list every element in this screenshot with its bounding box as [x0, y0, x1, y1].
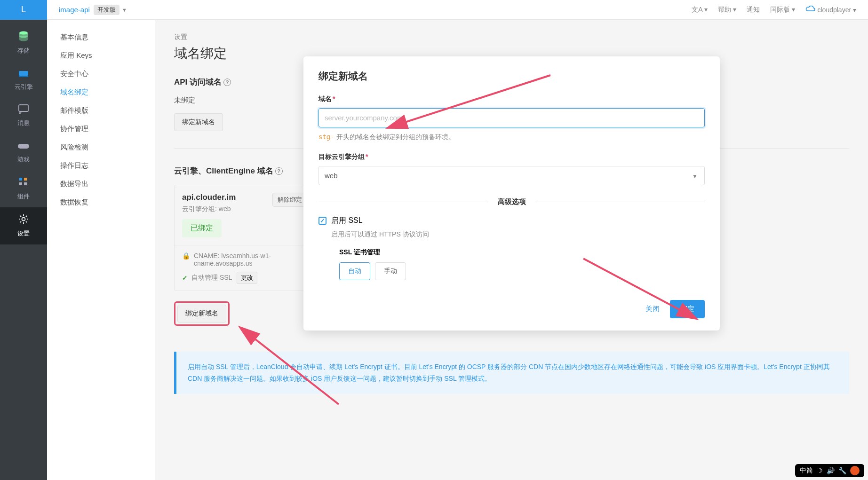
- svg-rect-6: [24, 178, 27, 181]
- rail-component[interactable]: 组件: [0, 170, 47, 207]
- svg-rect-2: [19, 76, 28, 77]
- help-link[interactable]: 帮助 ▾: [718, 6, 736, 14]
- rail-settings-label: 设置: [17, 229, 30, 238]
- gamepad-icon: [17, 141, 30, 153]
- submenu-basic[interactable]: 基本信息: [47, 28, 155, 47]
- submenu-security[interactable]: 安全中心: [47, 65, 155, 83]
- submenu-oplog[interactable]: 操作日志: [47, 157, 155, 175]
- rail-settings[interactable]: 设置: [0, 207, 47, 244]
- close-button[interactable]: 关闭: [645, 305, 660, 314]
- submenu-keys[interactable]: 应用 Keys: [47, 47, 155, 65]
- submenu-restore[interactable]: 数据恢复: [47, 193, 155, 212]
- ssl-hint: 启用后可以通过 HTTPS 协议访问: [331, 230, 705, 239]
- cname-line: 🔒 CNAME: lvseamhh.us-w1-cname.avosapps.u…: [182, 252, 307, 267]
- submenu: 基本信息 应用 Keys 安全中心 域名绑定 邮件模版 协作管理 风险检测 操作…: [47, 20, 155, 480]
- bound-badge: 已绑定: [182, 219, 222, 237]
- submenu-risk[interactable]: 风险检测: [47, 138, 155, 157]
- wrench-icon[interactable]: 🔧: [838, 467, 846, 474]
- svg-rect-5: [19, 178, 22, 181]
- domain-hint: stg- 开头的域名会被绑定到分组的预备环境。: [319, 133, 705, 142]
- svg-point-9: [22, 218, 25, 221]
- ssl-line: ✓ 自动管理 SSL 更改: [182, 272, 307, 284]
- target-group-select[interactable]: web ▼: [319, 166, 705, 185]
- rail-game-label: 游戏: [17, 155, 30, 164]
- rail-message-label: 消息: [17, 119, 30, 127]
- topbar-right: 文A ▾ 帮助 ▾ 通知 国际版 ▾ cloudplayer ▾: [692, 6, 868, 14]
- bind-new-domain-button[interactable]: 绑定新域名: [174, 113, 223, 131]
- ubuntu-logo-icon[interactable]: [850, 466, 860, 475]
- user-menu[interactable]: cloudplayer ▾: [805, 6, 856, 14]
- svg-rect-3: [19, 105, 28, 111]
- submenu-domain[interactable]: 域名绑定: [47, 83, 155, 102]
- submenu-email[interactable]: 邮件模版: [47, 102, 155, 120]
- bind-domain-modal: 绑定新域名 域名* stg- 开头的域名会被绑定到分组的预备环境。 目标云引擎分…: [303, 56, 720, 330]
- chevron-down-icon: ▼: [692, 173, 698, 180]
- domain-host: api.clouder.im: [182, 193, 236, 202]
- enable-ssl-row[interactable]: ✓ 启用 SSL: [319, 216, 705, 226]
- notify-link[interactable]: 通知: [747, 6, 760, 14]
- language-switch[interactable]: 文A ▾: [692, 6, 707, 14]
- rail-engine-label: 云引擎: [15, 83, 33, 91]
- logo[interactable]: L: [0, 0, 47, 20]
- database-icon: [18, 31, 29, 44]
- region-switch[interactable]: 国际版 ▾: [770, 6, 795, 14]
- rail-game[interactable]: 游戏: [0, 134, 47, 170]
- speaker-icon[interactable]: 🔊: [827, 467, 835, 474]
- domain-card: api.clouder.im 解除绑定 云引擎分组: web 已绑定 🔒 CNA…: [174, 185, 315, 291]
- version-badge[interactable]: 开发版: [94, 5, 119, 15]
- ssl-mode-toggle: 自动 手动: [339, 262, 705, 280]
- advanced-divider: 高级选项: [319, 197, 705, 206]
- bind-new-domain-highlighted: 绑定新域名: [174, 301, 230, 326]
- icon-rail: 存储 云引擎 消息 游戏 组件 设置: [0, 20, 47, 480]
- ssl-auto-button[interactable]: 自动: [339, 262, 370, 280]
- help-icon[interactable]: ?: [223, 79, 231, 86]
- change-ssl-button[interactable]: 更改: [237, 272, 257, 284]
- svg-rect-1: [19, 71, 28, 76]
- os-status-bar: 中简 ☽ 🔊 🔧: [795, 464, 864, 477]
- bind-button[interactable]: 绑定: [670, 300, 705, 318]
- breadcrumb: 设置: [174, 33, 849, 41]
- bind-new-domain-button-2[interactable]: 绑定新域名: [177, 305, 226, 323]
- modal-title: 绑定新域名: [319, 70, 705, 83]
- ssl-manual-button[interactable]: 手动: [375, 262, 406, 280]
- cloud-icon: [805, 6, 818, 14]
- ssl-mgmt-label: SSL 证书管理: [339, 248, 705, 257]
- help-icon[interactable]: ?: [275, 167, 283, 175]
- topbar: L image-api 开发版 ▼ 文A ▾ 帮助 ▾ 通知 国际版 ▾ clo…: [0, 0, 868, 20]
- lock-icon: 🔒: [182, 252, 190, 260]
- ime-indicator[interactable]: 中简: [800, 466, 813, 475]
- rail-storage-label: 存储: [17, 47, 30, 55]
- domain-input[interactable]: [319, 108, 705, 127]
- rail-storage[interactable]: 存储: [0, 24, 47, 62]
- submenu-export[interactable]: 数据导出: [47, 175, 155, 193]
- checkbox-checked-icon[interactable]: ✓: [319, 217, 326, 225]
- modal-footer: 关闭 绑定: [319, 300, 705, 318]
- project-name[interactable]: image-api: [59, 6, 90, 14]
- moon-icon[interactable]: ☽: [817, 467, 823, 474]
- domain-label: 域名*: [319, 95, 705, 103]
- check-icon: ✓: [182, 274, 188, 282]
- rail-engine[interactable]: 云引擎: [0, 62, 47, 98]
- gear-icon: [18, 214, 29, 227]
- rail-component-label: 组件: [17, 192, 30, 201]
- message-icon: [18, 104, 29, 117]
- rail-message[interactable]: 消息: [0, 98, 47, 134]
- submenu-collab[interactable]: 协作管理: [47, 120, 155, 138]
- svg-rect-8: [24, 182, 27, 185]
- info-banner: 启用自动 SSL 管理后，LeanCloud 会自动申请、续期 Let's En…: [174, 352, 849, 394]
- enable-ssl-label: 启用 SSL: [331, 216, 363, 226]
- svg-rect-7: [19, 182, 22, 185]
- unbind-button[interactable]: 解除绑定: [272, 193, 307, 207]
- chevron-down-icon[interactable]: ▼: [122, 7, 127, 13]
- svg-rect-4: [18, 144, 29, 149]
- engine-icon: [18, 68, 29, 80]
- component-icon: [18, 177, 29, 190]
- target-group-label: 目标云引擎分组*: [319, 153, 705, 161]
